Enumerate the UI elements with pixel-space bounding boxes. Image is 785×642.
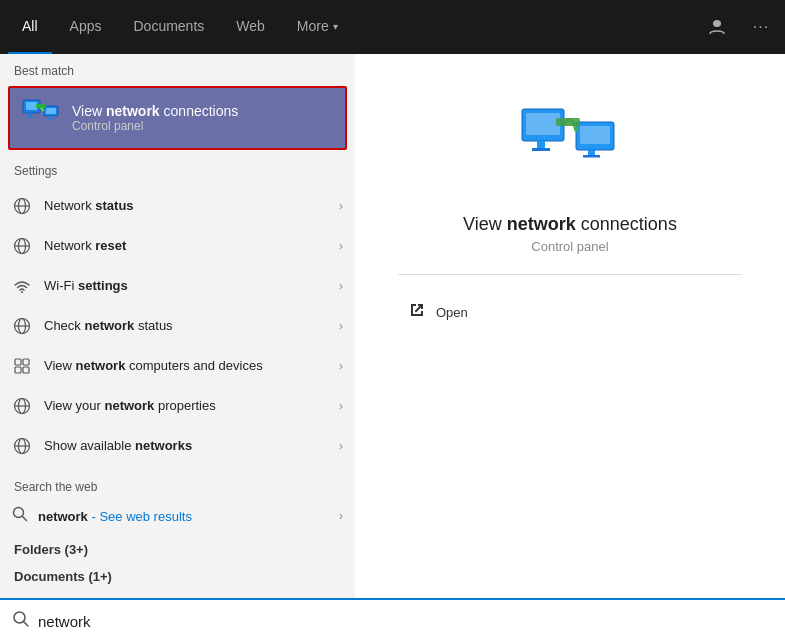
best-match-title: View network connections <box>72 103 238 119</box>
user-icon-button[interactable] <box>701 11 733 43</box>
right-title: View network connections <box>463 214 677 235</box>
tab-web[interactable]: Web <box>222 0 279 54</box>
settings-item-wifi-settings[interactable]: Wi-Fi settings › <box>0 266 355 306</box>
settings-item-text-2: Network reset <box>44 238 329 255</box>
svg-point-17 <box>21 291 23 293</box>
svg-rect-34 <box>526 113 560 135</box>
tab-all-label: All <box>22 18 38 34</box>
settings-item-show-available-networks[interactable]: Show available networks › <box>0 426 355 466</box>
svg-line-43 <box>24 622 29 627</box>
search-bar <box>0 598 785 642</box>
svg-rect-36 <box>532 148 550 151</box>
tab-all[interactable]: All <box>8 0 52 54</box>
chevron-icon-2: › <box>339 239 343 253</box>
best-match-label: Best match <box>0 54 355 82</box>
chevron-icon-6: › <box>339 399 343 413</box>
settings-item-text-7: Show available networks <box>44 438 329 455</box>
settings-item-text-5: View network computers and devices <box>44 358 329 375</box>
svg-rect-6 <box>46 108 56 114</box>
settings-item-text-6: View your network properties <box>44 398 329 415</box>
settings-item-view-network-computers[interactable]: View network computers and devices › <box>0 346 355 386</box>
web-search-keyword: network <box>38 509 88 524</box>
settings-item-view-network-properties[interactable]: View your network properties › <box>0 386 355 426</box>
network-connections-icon <box>22 98 62 136</box>
svg-line-32 <box>23 517 27 521</box>
web-search-see-results: - See web results <box>88 509 192 524</box>
more-options-icon-button[interactable]: ··· <box>745 11 777 43</box>
tab-web-label: Web <box>236 18 265 34</box>
right-icon-area <box>515 94 625 204</box>
settings-item-check-network-status[interactable]: Check network status › <box>0 306 355 346</box>
svg-rect-0 <box>713 20 721 27</box>
web-search-item[interactable]: network - See web results › <box>0 498 355 534</box>
settings-item-network-reset[interactable]: Network reset › <box>0 226 355 266</box>
open-icon <box>408 301 426 323</box>
svg-rect-23 <box>15 367 21 373</box>
svg-rect-4 <box>27 116 34 118</box>
best-match-subtitle: Control panel <box>72 119 238 133</box>
tab-apps-label: Apps <box>70 18 102 34</box>
best-match-text: View network connections Control panel <box>72 103 238 133</box>
tab-apps[interactable]: Apps <box>56 0 116 54</box>
search-bar-icon <box>12 610 30 632</box>
search-input[interactable] <box>38 613 773 630</box>
tab-documents-label: Documents <box>133 18 204 34</box>
globe-icon-1 <box>10 194 34 218</box>
documents-label[interactable]: Documents (1+) <box>0 561 355 588</box>
svg-rect-40 <box>583 155 600 158</box>
globe-icon-2 <box>10 234 34 258</box>
web-search-text: network - See web results <box>38 509 329 524</box>
more-dropdown-icon: ▾ <box>333 21 338 32</box>
top-nav: All Apps Documents Web More ▾ ··· <box>0 0 785 54</box>
svg-point-31 <box>14 508 24 518</box>
folders-label[interactable]: Folders (3+) <box>0 534 355 561</box>
settings-item-network-status[interactable]: Network status › <box>0 186 355 226</box>
svg-rect-38 <box>580 126 610 144</box>
chevron-icon-web: › <box>339 509 343 523</box>
globe-icon-4 <box>10 394 34 418</box>
svg-rect-35 <box>537 141 545 148</box>
settings-item-text-4: Check network status <box>44 318 329 335</box>
chevron-icon-1: › <box>339 199 343 213</box>
ellipsis-icon: ··· <box>753 18 769 36</box>
settings-item-text-1: Network status <box>44 198 329 215</box>
right-subtitle: Control panel <box>531 239 608 254</box>
svg-rect-22 <box>23 359 29 365</box>
svg-rect-2 <box>26 102 37 110</box>
apps-label[interactable]: Apps (3) <box>0 588 355 598</box>
tab-documents[interactable]: Documents <box>119 0 218 54</box>
svg-rect-10 <box>36 104 46 108</box>
best-match-item[interactable]: View network connections Control panel <box>8 86 347 150</box>
right-divider <box>398 274 742 275</box>
svg-rect-7 <box>49 116 52 118</box>
globe-icon-5 <box>10 434 34 458</box>
globe-icon-3 <box>10 314 34 338</box>
svg-rect-39 <box>588 150 595 155</box>
left-panel: Best match <box>0 54 355 598</box>
grid-icon <box>10 354 34 378</box>
tab-more[interactable]: More ▾ <box>283 0 352 54</box>
svg-rect-3 <box>29 113 32 116</box>
main-content: Best match <box>0 54 785 598</box>
chevron-icon-4: › <box>339 319 343 333</box>
best-match-icon <box>22 98 62 138</box>
wifi-icon <box>10 274 34 298</box>
settings-label: Settings <box>0 154 355 182</box>
svg-rect-24 <box>23 367 29 373</box>
settings-section: Network status › Network reset › <box>0 182 355 470</box>
nav-right-controls: ··· <box>701 11 777 43</box>
chevron-icon-5: › <box>339 359 343 373</box>
chevron-icon-3: › <box>339 279 343 293</box>
open-button[interactable]: Open <box>398 295 742 329</box>
search-web-label: Search the web <box>0 470 355 498</box>
svg-rect-41 <box>556 118 580 126</box>
svg-rect-21 <box>15 359 21 365</box>
right-network-icon <box>520 104 620 194</box>
tab-more-label: More <box>297 18 329 34</box>
web-search-icon <box>12 506 28 526</box>
user-icon <box>708 18 726 36</box>
settings-item-text-3: Wi-Fi settings <box>44 278 329 295</box>
chevron-icon-7: › <box>339 439 343 453</box>
open-label: Open <box>436 305 468 320</box>
right-panel: View network connections Control panel O… <box>355 54 785 598</box>
